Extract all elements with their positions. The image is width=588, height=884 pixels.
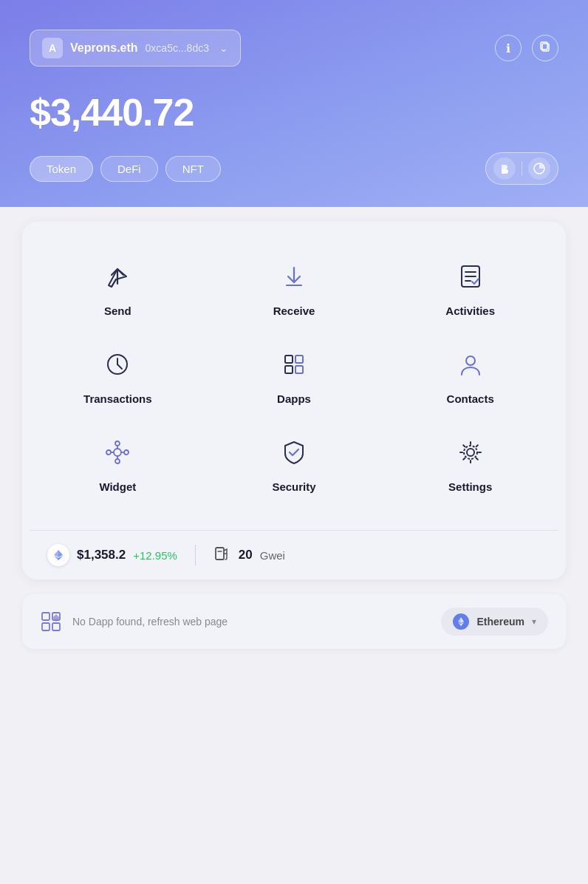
info-button[interactable]: ℹ [495,35,522,61]
header: A Veprons.eth 0xca5c...8dc3 ⌄ ℹ $3,440.7… [0,0,588,207]
copy-icon [539,41,551,55]
action-contacts[interactable]: Contacts [382,332,558,420]
gas-icon [213,545,231,566]
svg-rect-42 [52,623,60,630]
tab-nft[interactable]: NFT [165,156,221,182]
widget-icon [100,435,135,470]
svg-point-30 [467,449,474,456]
tab-row: Token DeFi NFT [30,152,558,185]
svg-point-21 [114,449,121,456]
svg-rect-18 [285,366,293,373]
network-icons[interactable] [485,152,558,185]
dapp-left: No Dapp found, refresh web page [40,611,228,633]
info-icon: ℹ [506,41,510,55]
action-widget[interactable]: Widget [30,420,206,508]
action-activities[interactable]: Activities [382,244,558,332]
action-transactions[interactable]: Transactions [30,332,206,420]
gas-value: 20 [239,548,253,562]
action-security[interactable]: Security [206,420,383,508]
bottom-bar: No Dapp found, refresh web page Ethereum… [22,594,566,649]
svg-point-20 [466,356,475,365]
ticker-right: 20 Gwei [213,545,285,566]
svg-marker-43 [461,617,464,623]
copy-button[interactable] [532,35,558,61]
svg-marker-45 [461,622,464,626]
svg-line-15 [117,364,122,369]
send-label: Send [104,305,131,317]
tab-token[interactable]: Token [30,156,93,182]
svg-point-23 [115,459,120,463]
action-receive[interactable]: Receive [206,244,383,332]
activities-label: Activities [445,305,495,317]
svg-marker-44 [458,617,461,623]
svg-point-22 [115,441,120,446]
contacts-icon [453,347,488,382]
address-chevron-icon: ⌄ [219,42,228,54]
receive-icon [276,259,312,294]
svg-rect-41 [42,623,49,630]
balance-display: $3,440.72 [30,90,558,135]
wallet-avatar: A [42,38,63,58]
wallet-address: 0xca5c...8dc3 [146,42,209,54]
send-icon [100,259,135,294]
svg-point-24 [106,450,111,455]
action-dapps[interactable]: Dapps [206,332,383,420]
svg-rect-39 [42,613,49,620]
dapp-grid-icon [40,611,62,633]
wallet-name: Veprons.eth [70,41,138,55]
network-b-icon [493,157,516,180]
dapps-label: Dapps [277,392,311,405]
svg-marker-46 [458,622,461,626]
dropdown-arrow-icon: ▾ [532,616,536,627]
svg-rect-17 [295,356,303,363]
security-icon [276,435,312,470]
transactions-label: Transactions [83,392,152,405]
ticker-row: $1,358.2 +12.95% 20 Gwei [30,530,558,579]
network-chart-icon [528,157,550,180]
svg-rect-16 [285,356,293,363]
settings-label: Settings [448,480,492,493]
network-name: Ethereum [476,616,524,628]
svg-point-31 [464,446,477,459]
activities-icon [453,259,488,294]
widget-label: Widget [99,480,136,493]
ticker-change: +12.95% [133,549,177,562]
eth-logo [47,544,69,566]
ethereum-logo [453,613,469,630]
ticker-price: $1,358.2 [77,548,126,562]
header-icons: ℹ [495,35,558,61]
address-pill[interactable]: A Veprons.eth 0xca5c...8dc3 ⌄ [30,30,241,67]
address-bar: A Veprons.eth 0xca5c...8dc3 ⌄ ℹ [30,30,558,67]
contacts-label: Contacts [447,392,494,405]
transactions-icon [100,347,135,382]
svg-rect-19 [295,366,303,373]
svg-rect-36 [216,548,224,560]
main-card: Send Receive [22,222,566,579]
ticker-left: $1,358.2 +12.95% [47,544,177,566]
dapp-message: No Dapp found, refresh web page [72,616,228,628]
receive-label: Receive [273,305,315,317]
network-select-button[interactable]: Ethereum ▾ [441,608,548,636]
network-icon-divider [522,161,522,176]
svg-point-25 [124,450,129,455]
action-settings[interactable]: Settings [382,420,558,508]
tab-defi[interactable]: DeFi [100,156,158,182]
dapps-icon [276,347,312,382]
ticker-divider [195,545,196,565]
actions-grid: Send Receive [30,237,558,523]
action-send[interactable]: Send [30,244,206,332]
security-label: Security [272,480,315,493]
svg-line-6 [112,279,116,287]
gas-unit: Gwei [260,549,285,562]
settings-icon [453,435,488,470]
